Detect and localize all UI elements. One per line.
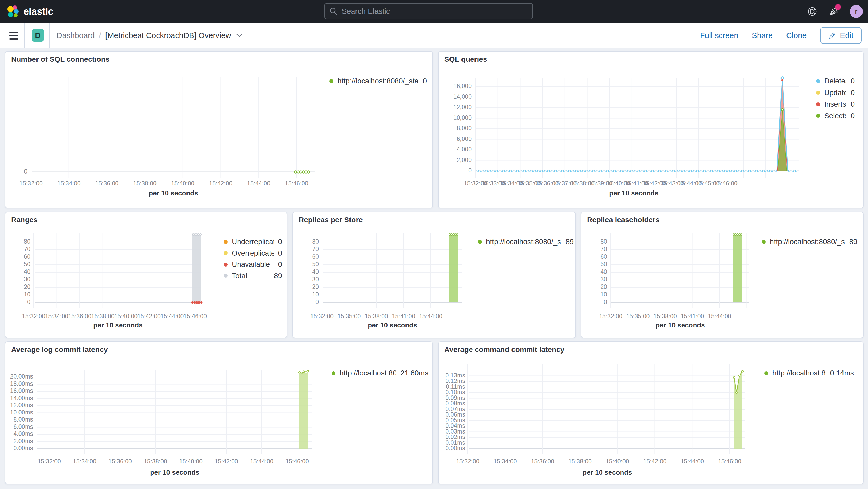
legend-item[interactable]: Deletes0 (816, 77, 855, 86)
panel-title: Number of SQL connections (11, 55, 110, 64)
chart-avg-command-commit-latency: 0.00ms0.01ms0.02ms0.03ms0.04ms0.05ms0.06… (439, 342, 863, 484)
x-tick-label: 15:42:00 (215, 458, 238, 465)
x-axis-title: per 10 seconds (609, 189, 658, 197)
y-tick-label: 20.00ms (5, 373, 33, 380)
x-tick-label: 15:40:00 (171, 180, 194, 187)
x-tick-label: 15:40:00 (114, 313, 138, 320)
legend-series-value: 0 (850, 77, 855, 85)
x-tick-label: 15:32:00 (456, 458, 479, 465)
x-tick-label: 15:38:00 (653, 313, 677, 320)
legend-item[interactable]: Underreplicated0 (224, 237, 282, 246)
edit-button[interactable]: Edit (820, 27, 862, 44)
x-axis-title: per 10 seconds (149, 189, 198, 197)
share-button[interactable]: Share (752, 31, 773, 40)
legend-series-label: Unavailable (232, 260, 274, 269)
y-tick-label: 12,000 (439, 104, 472, 111)
y-tick-label: 70 (581, 246, 607, 253)
y-tick-label: 12.00ms (5, 402, 33, 409)
legend-series-value: 21.60ms (401, 369, 428, 377)
legend-item[interactable]: http://localhost:8080/_sta...89 (478, 237, 574, 246)
x-tick-label: 15:35:00 (626, 313, 650, 320)
y-tick-label: 40 (581, 268, 607, 275)
global-search[interactable] (324, 3, 533, 19)
y-tick-label: 6,000 (439, 135, 472, 143)
x-tick-label: 15:38:00 (568, 458, 592, 465)
legend-item[interactable]: http://localhost:8080/_sta...89 (762, 237, 857, 246)
legend-item[interactable]: Inserts0 (816, 100, 855, 109)
x-tick-label: 15:44:00 (708, 313, 731, 320)
legend-series-value: 0 (850, 89, 855, 97)
panel-number-of-sql-connections: Number of SQL connections 015:32:0015:34… (5, 51, 433, 208)
y-tick-label: 0.00ms (5, 445, 33, 452)
y-tick-label: 50 (581, 261, 607, 268)
help-button[interactable] (807, 6, 817, 17)
legend-color-dot (816, 79, 820, 83)
legend-series-value: 0 (278, 249, 282, 257)
x-tick-label: 15:44:00 (250, 458, 274, 465)
breadcrumb-separator: / (99, 31, 101, 40)
y-tick-label: 16,000 (439, 83, 472, 90)
y-tick-label: 20 (293, 283, 319, 291)
dashboard-toolbar: D Dashboard / [Metricbeat CockroachDB] O… (0, 23, 868, 48)
legend-item[interactable]: Overreplicated0 (224, 249, 282, 258)
legend-series-label: http://localhost:808... (340, 369, 396, 377)
panel-avg-log-commit-latency: Average log commit latency 0.00ms2.00ms4… (5, 341, 433, 484)
x-tick-label: 15:36:00 (95, 180, 119, 187)
legend-item[interactable]: Total89 (224, 272, 282, 280)
legend-series-value: 0 (423, 77, 427, 85)
legend-series-value: 89 (849, 238, 857, 246)
panel-title: Average command commit latency (444, 345, 564, 354)
legend-color-dot (816, 114, 820, 118)
legend-series-value: 0 (850, 112, 855, 120)
x-tick-label: 15:32:00 (599, 313, 622, 320)
hamburger-icon (9, 32, 18, 33)
legend-item[interactable]: Unavailable0 (224, 260, 282, 269)
clone-button[interactable]: Clone (786, 31, 807, 40)
y-tick-label: 14.00ms (5, 395, 33, 402)
x-tick-label: 15:34:00 (57, 180, 81, 187)
chart-replicas-per-store: 0102030405060708015:32:0015:35:0015:38:0… (293, 212, 575, 338)
x-tick-label: 15:32:00 (22, 313, 45, 320)
legend-series-value: 89 (274, 272, 282, 280)
legend-item[interactable]: http://localhost:808...21.60ms (332, 369, 428, 377)
breadcrumb-dashboard[interactable]: Dashboard (57, 31, 95, 40)
y-tick-label: 10 (293, 291, 319, 298)
y-tick-label: 40 (293, 268, 319, 275)
elastic-logo[interactable]: elastic (7, 5, 53, 18)
legend-series-label: Deletes (824, 77, 846, 85)
x-tick-label: 15:38:00 (133, 180, 156, 187)
logo-text: elastic (24, 6, 53, 17)
title-menu-button[interactable] (236, 33, 243, 37)
menu-button[interactable] (9, 30, 18, 41)
legend-series-label: Underreplicated (232, 238, 274, 246)
x-axis-title: per 10 seconds (655, 321, 705, 329)
legend-color-dot (764, 371, 768, 375)
legend-item[interactable]: http://localhost:8080/_stat...0 (330, 77, 427, 86)
notification-badge (835, 4, 841, 10)
chart-ranges: 0102030405060708015:32:0015:34:0015:36:0… (5, 212, 287, 338)
x-tick-label: 15:41:00 (681, 313, 704, 320)
user-avatar[interactable]: r (850, 5, 863, 18)
y-tick-label: 20 (5, 283, 30, 291)
y-tick-label: 70 (5, 246, 30, 253)
y-tick-label: 60 (5, 253, 30, 260)
legend-item[interactable]: Selects0 (816, 112, 855, 120)
full-screen-button[interactable]: Full screen (700, 31, 738, 40)
x-axis-title: per 10 seconds (368, 321, 417, 329)
y-tick-label: 2,000 (439, 157, 472, 163)
legend-series-value: 0 (278, 238, 282, 246)
news-button[interactable] (829, 6, 839, 17)
y-tick-label: 10 (581, 291, 607, 298)
legend-item[interactable]: Updates0 (816, 88, 855, 97)
x-tick-label: 15:32:00 (310, 313, 334, 320)
y-tick-label: 30 (293, 276, 319, 283)
y-tick-label: 80 (581, 238, 607, 245)
y-tick-label: 2.00ms (5, 438, 33, 445)
panel-title: Replicas per Store (299, 216, 363, 224)
chevron-down-icon (236, 33, 243, 37)
toolbar-actions: Full screen Share Clone Edit (700, 23, 862, 48)
y-tick-label: 0 (581, 299, 607, 306)
legend-item[interactable]: http://localhost:8080...0.14ms (764, 369, 854, 377)
x-axis-title: per 10 seconds (93, 321, 143, 329)
search-input[interactable] (341, 7, 528, 16)
